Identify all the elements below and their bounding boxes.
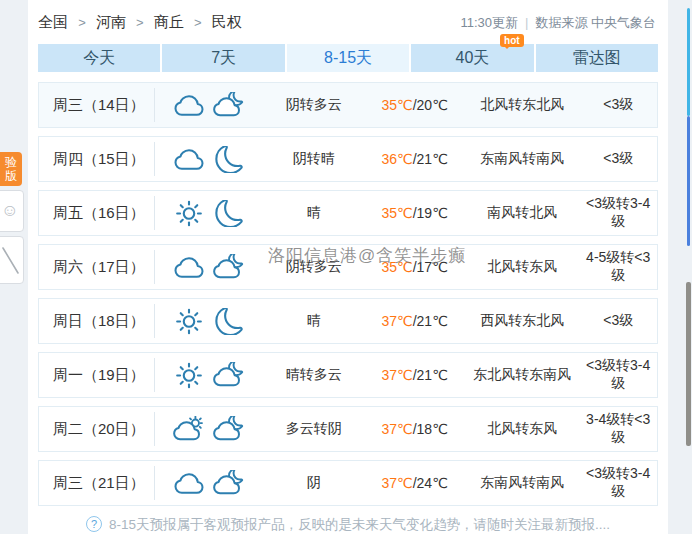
high-temp: 37℃ xyxy=(381,421,412,437)
day-weather-icon xyxy=(172,308,206,335)
night-weather-icon xyxy=(212,200,246,227)
scrollbar-segment-top[interactable] xyxy=(687,8,690,116)
trial-version-badge[interactable]: 验 版 xyxy=(0,152,22,186)
date-label: 周五（16日） xyxy=(39,204,154,223)
pencil-button[interactable] xyxy=(0,236,24,284)
forecast-list: 周三（14日） 阴转多云 35℃/20℃ 北风转东北风 <3级 周四（15日） … xyxy=(38,82,658,506)
tab-radar[interactable]: 雷达图 xyxy=(536,44,658,72)
day-weather-icon xyxy=(172,254,206,281)
feedback-button[interactable]: ☺ xyxy=(0,190,24,232)
forecast-tabs: 今天 7天 8-15天 40天 hot 雷达图 xyxy=(38,44,658,72)
breadcrumb-country[interactable]: 全国 xyxy=(38,13,68,30)
breadcrumb-province[interactable]: 河南 xyxy=(96,13,126,30)
night-weather-icon xyxy=(212,146,246,173)
tab-40day[interactable]: 40天 hot xyxy=(411,44,533,72)
disclaimer-text: 8-15天预报属于客观预报产品，反映的是未来天气变化趋势，请随时关注最新预报..… xyxy=(109,516,610,534)
wind-level: <3级转3-4级 xyxy=(579,357,657,393)
weather-panel: 全国 > 河南 > 商丘 > 民权 11:30更新|数据来源 中央气象台 今天 … xyxy=(28,0,668,534)
temperature: 35℃/19℃ xyxy=(364,205,465,221)
day-weather-icon xyxy=(172,470,206,497)
night-weather-icon xyxy=(212,470,246,497)
night-weather-icon xyxy=(212,308,246,335)
wind-level: 3-4级转<3级 xyxy=(579,411,657,447)
forecast-row-8: 周三（21日） 阴 37℃/24℃ 东南风转南风 <3级转3-4级 xyxy=(38,460,658,506)
weather-icons xyxy=(155,416,264,443)
date-label: 周六（17日） xyxy=(39,258,154,277)
data-source: 数据来源 中央气象台 xyxy=(535,15,656,30)
date-label: 周四（15日） xyxy=(39,150,154,169)
weather-icons xyxy=(155,92,264,119)
breadcrumb-bar: 全国 > 河南 > 商丘 > 民权 11:30更新|数据来源 中央气象台 xyxy=(38,10,658,36)
wind-direction: 东北风转东南风 xyxy=(465,366,579,384)
hot-badge: hot xyxy=(500,34,524,47)
breadcrumb-separator: > xyxy=(136,15,144,30)
weather-text: 晴 xyxy=(263,312,364,330)
weather-text: 晴转多云 xyxy=(263,366,364,384)
high-temp: 37℃ xyxy=(381,367,412,383)
forecast-disclaimer: ? 8-15天预报属于客观预报产品，反映的是未来天气变化趋势，请随时关注最新预报… xyxy=(38,514,658,534)
weather-text: 多云转阴 xyxy=(263,420,364,438)
breadcrumb: 全国 > 河南 > 商丘 > 民权 xyxy=(38,13,242,30)
temperature: 35℃/17℃ xyxy=(364,259,465,275)
day-weather-icon xyxy=(172,92,206,119)
high-temp: 37℃ xyxy=(381,475,412,491)
night-weather-icon xyxy=(212,416,246,443)
wind-level: 4-5级转<3级 xyxy=(579,249,657,285)
tab-today[interactable]: 今天 xyxy=(38,44,160,72)
help-icon: ? xyxy=(86,516,102,532)
tab-7day[interactable]: 7天 xyxy=(162,44,284,72)
wind-level: <3级转3-4级 xyxy=(579,195,657,231)
breadcrumb-separator: > xyxy=(194,15,202,30)
breadcrumb-city[interactable]: 商丘 xyxy=(154,13,184,30)
weather-icons xyxy=(155,200,264,227)
day-weather-icon xyxy=(172,416,206,443)
pencil-icon xyxy=(0,240,21,280)
scrollbar-thumb[interactable] xyxy=(686,282,691,446)
forecast-row-5: 周日（18日） 晴 37℃/21℃ 西风转东北风 <3级 xyxy=(38,298,658,344)
wind-direction: 东南风转南风 xyxy=(465,150,579,168)
weather-text: 阴 xyxy=(263,474,364,492)
low-temp: /20℃ xyxy=(413,97,448,113)
temperature: 35℃/20℃ xyxy=(364,97,465,113)
night-weather-icon xyxy=(212,92,246,119)
date-label: 周日（18日） xyxy=(39,312,154,331)
night-weather-icon xyxy=(212,254,246,281)
wind-direction: 西风转东北风 xyxy=(465,312,579,330)
date-label: 周一（19日） xyxy=(39,366,154,385)
date-label: 周二（20日） xyxy=(39,420,154,439)
night-weather-icon xyxy=(212,362,246,389)
wind-direction: 北风转东北风 xyxy=(465,96,579,114)
wind-direction: 北风转东风 xyxy=(465,258,579,276)
high-temp: 37℃ xyxy=(381,313,412,329)
high-temp: 35℃ xyxy=(381,205,412,221)
meta-divider: | xyxy=(525,15,528,30)
wind-direction: 北风转东风 xyxy=(465,420,579,438)
scrollbar-segment-blue[interactable] xyxy=(687,116,690,246)
weather-icons xyxy=(155,470,264,497)
low-temp: /19℃ xyxy=(413,205,448,221)
wind-level: <3级 xyxy=(579,96,657,114)
low-temp: /21℃ xyxy=(413,151,448,167)
temperature: 37℃/24℃ xyxy=(364,475,465,491)
temperature: 37℃/21℃ xyxy=(364,367,465,383)
day-weather-icon xyxy=(172,362,206,389)
forecast-row-6: 周一（19日） 晴转多云 37℃/21℃ 东北风转东南风 <3级转3-4级 xyxy=(38,352,658,398)
weather-icons xyxy=(155,308,264,335)
high-temp: 36℃ xyxy=(381,151,412,167)
day-weather-icon xyxy=(172,146,206,173)
weather-icons xyxy=(155,362,264,389)
wind-level: <3级 xyxy=(579,150,657,168)
high-temp: 35℃ xyxy=(381,97,412,113)
forecast-row-2: 周四（15日） 阴转晴 36℃/21℃ 东南风转南风 <3级 xyxy=(38,136,658,182)
breadcrumb-separator: > xyxy=(78,15,86,30)
low-temp: /24℃ xyxy=(413,475,448,491)
temperature: 36℃/21℃ xyxy=(364,151,465,167)
tab-8-15day[interactable]: 8-15天 xyxy=(287,44,409,72)
breadcrumb-county[interactable]: 民权 xyxy=(212,13,242,30)
weather-text: 阴转多云 xyxy=(263,96,364,114)
wind-direction: 南风转北风 xyxy=(465,204,579,222)
smiley-icon: ☺ xyxy=(1,201,18,221)
trial-badge-line1: 验 xyxy=(0,155,22,169)
low-temp: /21℃ xyxy=(413,367,448,383)
update-info: 11:30更新|数据来源 中央气象台 xyxy=(460,11,656,35)
